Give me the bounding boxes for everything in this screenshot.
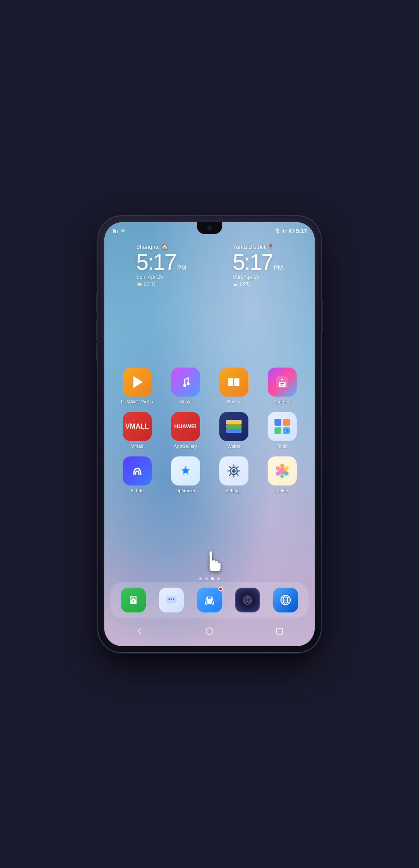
city-shanghai: Shanghai 🏠 [136,244,168,250]
city-yanta: Yanta District 📍 [233,244,274,250]
app-tools[interactable]: i Tools [263,412,301,449]
svg-rect-11 [279,382,286,387]
label-appgallery: AppGallery [174,444,197,449]
app-row-2: VMALL Vmall HUAWEI AppGallery [113,412,306,449]
label-books: Books [227,399,240,404]
weather-shanghai: ⛅ 21°C [136,281,155,287]
cursor-hand [201,548,222,574]
app-vmall[interactable]: VMALL Vmall [118,412,156,449]
svg-point-46 [173,598,174,600]
app-books[interactable]: Books [215,368,253,404]
svg-point-52 [247,599,248,601]
app-huawei-video[interactable]: HUAWEI Video [118,368,156,404]
icon-books [219,368,248,397]
clock-area: Shanghai 🏠 5:17 PM Sun, Apr 25 ⛅ 21°C Ya… [104,244,315,287]
dock [110,582,309,618]
time-shanghai: 5:17 PM [136,251,186,273]
svg-point-60 [206,628,213,635]
dock-browser[interactable] [273,588,298,612]
svg-point-40 [276,466,280,471]
notification-dot [218,587,223,591]
dock-phone[interactable] [121,588,146,612]
svg-point-9 [186,382,189,385]
app-settings[interactable]: Settings [215,456,253,493]
clock-widget-yanta: Yanta District 📍 5:17 PM Sun, Apr 25 ☁ 1… [233,244,283,287]
app-themes[interactable]: Themes [263,368,301,404]
icon-ai-life [123,456,152,485]
icon-themes [268,368,297,397]
phone-device: 5:17 Shanghai 🏠 5:17 PM Sun, Apr 25 ⛅ 21… [98,216,321,652]
app-ai-life[interactable]: AI Life [118,456,156,493]
label-optimizer: Optimizer [175,488,195,493]
page-dot-3-active[interactable] [211,577,214,580]
icon-huawei-video [123,368,152,397]
phone-screen: 5:17 Shanghai 🏠 5:17 PM Sun, Apr 25 ⛅ 21… [104,222,315,646]
svg-line-31 [237,474,238,475]
label-huawei-video: HUAWEI Video [121,399,153,404]
svg-rect-1 [115,230,116,233]
label-tools: Tools [277,444,288,449]
page-dot-4[interactable] [217,577,220,580]
battery-icon [289,228,295,234]
notch [197,222,222,234]
svg-point-23 [183,469,188,473]
svg-point-36 [284,466,289,471]
svg-rect-61 [277,628,283,634]
svg-point-48 [208,596,211,599]
status-left [112,226,126,234]
svg-text:i: i [285,430,286,433]
label-vmall: Vmall [131,444,143,449]
bluetooth-icon [274,228,280,234]
book-page-1 [228,378,233,386]
nav-back-button[interactable] [131,623,148,640]
svg-rect-14 [226,420,242,424]
svg-rect-2 [117,230,118,233]
svg-rect-17 [274,419,281,426]
svg-rect-19 [274,427,281,434]
nav-home-button[interactable] [201,623,218,640]
app-wallet[interactable]: Wallet [215,412,253,449]
dock-camera[interactable] [235,588,260,612]
page-dot-1[interactable] [199,577,202,580]
app-optimizer[interactable]: Optimizer [166,456,205,493]
app-appgallery[interactable]: HUAWEI AppGallery [166,412,205,449]
svg-point-37 [284,471,289,476]
label-music: Music [179,399,192,404]
icon-appgallery: HUAWEI [171,412,200,441]
svg-point-44 [168,598,170,600]
icon-optimizer [171,456,200,485]
svg-point-25 [232,469,236,473]
svg-point-42 [133,600,134,602]
app-music[interactable]: Music [166,368,205,404]
svg-point-45 [171,598,172,600]
svg-point-8 [183,384,186,387]
page-dot-2[interactable] [205,577,208,580]
icon-gallery [268,456,297,485]
icon-wallet [219,412,248,441]
date-yanta: Sun, Apr 25 [233,274,260,280]
label-themes: Themes [274,399,291,404]
svg-rect-16 [226,429,242,433]
icon-settings [219,456,248,485]
svg-point-54 [251,600,251,600]
svg-rect-15 [226,424,242,429]
time-yanta: 5:17 PM [233,251,283,273]
dock-messages[interactable] [159,588,184,612]
dock-support[interactable] [197,588,222,612]
app-row-3: AI Life Optimizer [113,456,306,493]
date-shanghai: Sun, Apr 25 [136,274,163,280]
book-icon [228,378,239,386]
mute-icon [281,228,287,234]
svg-point-35 [280,464,284,468]
app-gallery[interactable]: Gallery [263,456,301,493]
app-row-1: HUAWEI Video Music [113,368,306,404]
front-camera [207,226,212,230]
svg-line-30 [230,467,231,468]
nav-bar [104,622,315,641]
wifi-icon [120,228,126,234]
sim-icon [112,228,118,234]
nav-recent-button[interactable] [271,623,288,640]
page-dots [104,577,315,580]
label-gallery: Gallery [274,488,289,493]
svg-rect-7 [289,230,291,232]
